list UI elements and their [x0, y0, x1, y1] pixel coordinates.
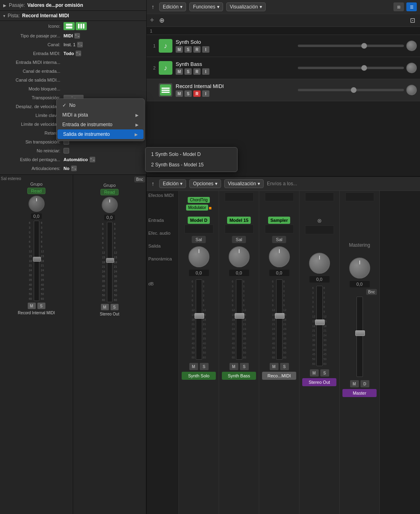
knob-synth-bass[interactable] — [229, 246, 250, 267]
fader-handle-master[interactable] — [355, 330, 365, 336]
track-icon-synth-solo[interactable]: ♪ — [159, 39, 172, 53]
fader-col-synth-bass[interactable] — [236, 279, 242, 360]
channel-s-synth-solo[interactable]: S — [200, 363, 209, 370]
menu-item-entrada-instrumento[interactable]: Entrada de instrumento ▶ — [57, 120, 144, 129]
knob-synth-solo[interactable] — [188, 246, 209, 267]
sal-badge-3[interactable]: Sal — [272, 236, 287, 243]
track-m-button-1[interactable]: M — [176, 46, 183, 53]
channel-m-stereo-out[interactable]: M — [310, 369, 319, 377]
download-button[interactable]: ⊡ — [408, 16, 417, 25]
knob-reco-midi[interactable] — [269, 246, 290, 267]
track-knob-3[interactable] — [406, 85, 417, 95]
track-knob-2[interactable] — [406, 63, 417, 73]
fader-handle-reco-midi[interactable] — [275, 313, 285, 319]
mixer-edicion-dropdown[interactable]: Edición ▾ — [159, 179, 186, 188]
track-icon-synth-bass[interactable]: ♪ — [159, 61, 172, 75]
read-btn-2[interactable]: Read — [100, 189, 118, 195]
fader-handle-synth-bass[interactable] — [235, 313, 244, 319]
chord-trig-badge[interactable]: ChordTrig — [188, 197, 209, 203]
track-r-button-2[interactable]: R — [193, 68, 201, 75]
knob-1[interactable] — [29, 196, 45, 212]
fader-col-reco-midi[interactable] — [276, 279, 283, 360]
fader-handle-synth-solo[interactable] — [195, 313, 204, 319]
m-button-1[interactable]: M — [28, 303, 36, 309]
track-i-button-3[interactable]: I — [202, 90, 209, 97]
track-m-button-2[interactable]: M — [176, 68, 183, 75]
add-track-button[interactable]: + — [150, 16, 154, 25]
s-button-2[interactable]: S — [111, 304, 119, 310]
sal-badge-2[interactable]: Sal — [232, 236, 246, 243]
sal-badge-1[interactable]: Sal — [192, 236, 206, 243]
s-button-1[interactable]: S — [37, 303, 45, 309]
list-view-button[interactable]: ☰ — [406, 2, 417, 11]
mixer-visualizacion-dropdown[interactable]: Visualización ▾ — [224, 179, 264, 188]
articulaciones-spinner[interactable]: ⌃⌄ — [71, 166, 77, 171]
duplicate-track-button[interactable]: ⊕ — [158, 16, 166, 25]
track-i-button-2[interactable]: I — [202, 68, 209, 75]
fader-track-1[interactable] — [34, 221, 39, 301]
mixer-opciones-dropdown[interactable]: Opciones ▾ — [189, 179, 221, 188]
track-icon-record-midi[interactable] — [159, 83, 172, 97]
fader-col-stereo-out[interactable] — [316, 286, 323, 366]
channel-m-synth-bass[interactable]: M — [229, 363, 238, 370]
channel-s-reco-midi[interactable]: S — [280, 363, 289, 370]
track-m-button-3[interactable]: M — [176, 90, 183, 97]
channel-m-reco-midi[interactable]: M — [270, 363, 279, 370]
menu-item-midi-pista[interactable]: MIDI a pista ▶ — [57, 110, 144, 120]
channel-s-stereo-out[interactable]: S — [320, 369, 329, 377]
entrada-midi-spinner[interactable]: ⌃⌄ — [76, 51, 81, 56]
edicion-dropdown[interactable]: Edición ▾ — [159, 2, 186, 11]
fader-track-2[interactable] — [107, 222, 113, 302]
submenu-item-synth-solo[interactable]: 1 Synth Solo - Model D — [145, 149, 237, 160]
track-s-button-3[interactable]: S — [184, 90, 192, 97]
funciones-dropdown[interactable]: Funciones ▾ — [189, 2, 223, 11]
track-slider-thumb-2[interactable] — [361, 65, 367, 71]
track-r-button-3[interactable]: R — [193, 90, 201, 97]
track-i-button-1[interactable]: I — [202, 46, 209, 53]
track-s-button-1[interactable]: S — [184, 46, 192, 53]
no-reiniciar-value[interactable] — [64, 148, 142, 154]
tipo-spinner[interactable]: ⌃⌄ — [74, 33, 80, 39]
track-knob-1[interactable] — [406, 41, 417, 51]
track-slider-1[interactable] — [298, 45, 404, 47]
channel-m-master[interactable]: M — [350, 380, 359, 387]
knob-master[interactable] — [349, 258, 370, 279]
fader-handle-stereo-out[interactable] — [315, 319, 325, 325]
fader-col-synth-solo[interactable] — [196, 279, 202, 360]
channel-d-master[interactable]: D — [361, 380, 369, 387]
track-s-button-2[interactable]: S — [184, 68, 192, 75]
m-button-2[interactable]: M — [101, 304, 109, 310]
track-slider-2[interactable] — [298, 67, 404, 69]
link-icon[interactable]: ⊗ — [317, 217, 322, 224]
icono-block-2[interactable] — [76, 22, 87, 30]
mixer-back-button[interactable]: ↑ — [150, 180, 156, 188]
track-slider-3[interactable] — [298, 89, 404, 91]
menu-item-salida-instrumento[interactable]: Salida de instrumento ▶ — [57, 129, 143, 139]
track-r-button-1[interactable]: R — [193, 46, 201, 53]
track-slider-thumb-1[interactable] — [361, 43, 367, 49]
no-reiniciar-checkbox[interactable] — [64, 148, 69, 154]
visualizacion-dropdown[interactable]: Visualización ▾ — [226, 2, 266, 11]
fader-handle-2[interactable] — [106, 258, 114, 263]
sampler-badge[interactable]: Sampler — [268, 217, 290, 224]
grid-view-button[interactable]: ⊞ — [393, 2, 404, 11]
pasaje-chevron-icon[interactable]: ▶ — [3, 3, 6, 8]
canal-spinner[interactable]: ⌃⌄ — [77, 42, 83, 47]
knob-2[interactable] — [102, 197, 118, 213]
fader-col-master[interactable] — [356, 297, 363, 377]
channel-m-synth-solo[interactable]: M — [189, 363, 198, 370]
fader-handle-1[interactable] — [33, 257, 41, 262]
modulator-badge[interactable]: Modulator — [186, 205, 208, 211]
model-d-badge[interactable]: Model D — [188, 217, 210, 224]
back-button[interactable]: ↑ — [150, 3, 156, 11]
estilo-spinner[interactable]: ⌃⌄ — [90, 157, 95, 162]
model-15-badge[interactable]: Model 15 — [227, 217, 251, 224]
read-btn-1[interactable]: Read — [27, 188, 45, 194]
pista-chevron-icon[interactable]: ▾ — [3, 14, 5, 18]
channel-s-synth-bass[interactable]: S — [240, 363, 249, 370]
icono-block-1[interactable] — [64, 22, 75, 30]
knob-stereo-out[interactable] — [309, 253, 330, 274]
submenu-item-synth-bass[interactable]: 2 Synth Bass - Model 15 — [145, 160, 237, 170]
track-slider-thumb-3[interactable] — [351, 87, 356, 93]
menu-item-no[interactable]: ✓ No — [57, 100, 144, 110]
